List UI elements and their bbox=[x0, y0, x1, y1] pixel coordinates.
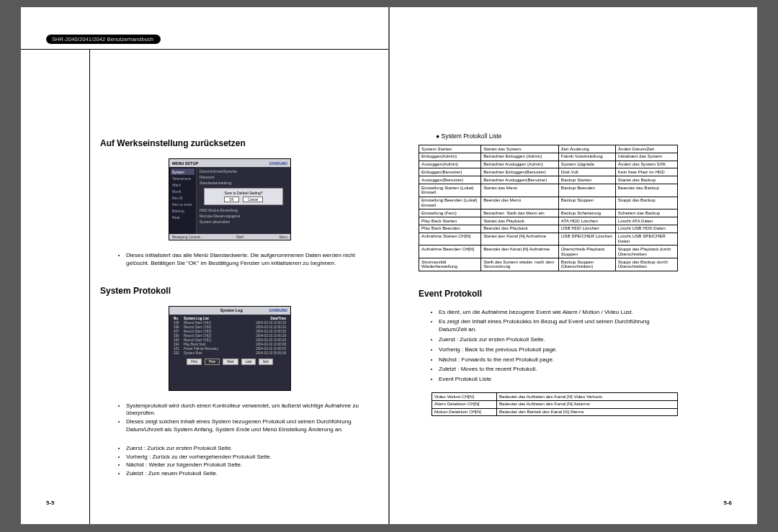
table-cell: Stromausfall Wiederherstellung bbox=[419, 258, 481, 271]
bullet: Event Protokoll Liste bbox=[439, 376, 678, 384]
table-cell: Startet den Kanal [N] Aufnahme bbox=[481, 233, 559, 245]
log-row: 335Record Start CH[1]2004-03-10 10:00:28 bbox=[174, 338, 286, 343]
table-row: Einstellung (Fern)Betrachter: Stellt das… bbox=[419, 209, 678, 217]
ss2-nav-first: First bbox=[187, 359, 202, 365]
ss1-b0: HDD Modus Einstellung bbox=[200, 207, 287, 213]
table-cell: Löscht ATA Daten bbox=[615, 217, 677, 225]
ss1-fL: Bewegung Controls bbox=[172, 235, 200, 239]
ss1-brand: SAMSUNG bbox=[269, 161, 287, 166]
ss1-sidebar: System Telecamera Ward Monit Rec M Rec s… bbox=[169, 167, 197, 234]
bullet: Zuletzt : Moves to the recent Protokoll. bbox=[439, 366, 678, 374]
ss1-sb-0: System bbox=[171, 168, 194, 175]
table-cell: Bedeutet das Auftreten des Kanal [N] Aal… bbox=[497, 400, 678, 408]
table-cell: Motion Detektion CH[N] bbox=[432, 408, 497, 416]
ss2-nav-prev: Prev bbox=[205, 359, 220, 365]
event-protokoll-table: Video Verlust CH[N]Bedeutet das Auftrete… bbox=[432, 392, 678, 416]
bullets-factory: Dieses initialisiert das alle Menü Stand… bbox=[100, 252, 359, 269]
log-row: 332System Start2004-03-10 09:59:38 bbox=[174, 351, 286, 356]
ss1-ok: OK bbox=[224, 197, 239, 202]
log-row: 337Record Start CH[3]2004-03-10 10:00:28 bbox=[174, 330, 286, 334]
ss2-brand: SAMSUNG bbox=[269, 308, 287, 312]
bullet: Vorherig : Zurück zu der vorhergehenden … bbox=[126, 454, 359, 461]
ss1-sb-3: Monit bbox=[171, 188, 194, 194]
table-cell: Betrachter Einloggen (Admin) bbox=[481, 153, 559, 161]
table-cell: Betrachter Einloggen(Benutzer) bbox=[481, 168, 559, 176]
table-cell: Ändert das System S/W. bbox=[615, 161, 677, 168]
table-row: Einstellung Beenden (Lokal) Einstell.Bee… bbox=[419, 197, 678, 209]
table-cell: Zeit Änderung bbox=[558, 145, 615, 153]
table-cell: ATA HDD Löschen bbox=[558, 217, 615, 225]
ss1-sb-6: Backup bbox=[171, 207, 194, 214]
table-cell: System Starten bbox=[419, 145, 481, 153]
table-row: Einloggen(Admin)Betrachter Einloggen (Ad… bbox=[419, 153, 678, 161]
table-cell: Backup Stoppen (Überschreiben) bbox=[558, 258, 615, 271]
ss1-dialog-text: Sure to Default Setting? bbox=[206, 191, 281, 195]
table-cell: Initialisiert das System bbox=[615, 153, 677, 161]
heading-event-protokoll: Event Protokoll bbox=[419, 289, 678, 299]
table-cell: Löscht USB HDD Daten bbox=[615, 225, 677, 233]
screenshot-menu-setup: MENU SETUP SAMSUNG System Telecamera War… bbox=[169, 158, 291, 240]
table-cell: Startet das Playback. bbox=[481, 217, 559, 225]
table-cell: Einstellung Starten (Lokal) Einstell. bbox=[419, 184, 481, 197]
table-cell: Kein freie Platz im HDD bbox=[615, 168, 677, 176]
bullets-event: Es dient, um die Aufnahme bezogene Event… bbox=[419, 309, 678, 386]
bullet: Es zeigt den Inhalt eines Protokokks im … bbox=[439, 318, 678, 334]
table-cell: Startet das Backup bbox=[615, 176, 677, 184]
table-cell: Beendet das Menü bbox=[481, 197, 559, 209]
table-cell: Beendet das Backup bbox=[615, 184, 677, 197]
ss1-title: MENU SETUP bbox=[172, 161, 198, 166]
ss1-sb-5: Rec sc timer bbox=[171, 201, 194, 207]
bullet: Nächst : Weiter zur folgenden Protokoll … bbox=[126, 461, 359, 469]
right-page: System Protokoll Liste System StartenSta… bbox=[390, 7, 757, 524]
ss1-l1: Passwort bbox=[200, 174, 287, 180]
table-row: Play Back BeendenBeendet das PlaybackUSB… bbox=[419, 225, 678, 233]
ss1-cancel: Cancel bbox=[243, 197, 263, 202]
table-cell: Einstellung (Fern) bbox=[419, 209, 481, 217]
table-cell: Fabrik Voreinstellung bbox=[558, 153, 615, 161]
table-cell: Play Back Beenden bbox=[419, 225, 481, 233]
table-cell: Bedeutet den Betrieb des Kanal [N] Alarm… bbox=[497, 408, 678, 416]
table-row: Einstellung Starten (Lokal) Einstell.Sta… bbox=[419, 184, 678, 197]
heading-system-protokoll: System Protokoll bbox=[100, 286, 359, 296]
table-cell: Ändert Datum/Zeit bbox=[615, 145, 677, 153]
ss2-h-list: System Log List bbox=[184, 317, 241, 320]
ss2-h-no: No. bbox=[174, 317, 184, 320]
ss2-title: System Log bbox=[172, 308, 269, 312]
log-row: 333Power Failure Recovery2004-03-10 10:0… bbox=[174, 347, 286, 351]
table-row: System StartenStartet das System.Zeit Än… bbox=[419, 145, 678, 153]
table-cell: Ausloggen(Admin) bbox=[419, 161, 481, 168]
system-protokoll-table: System StartenStartet das System.Zeit Än… bbox=[419, 145, 678, 271]
table-row: Ausloggen(Benutzer)Betrachter Ausloggen(… bbox=[419, 176, 678, 184]
ss1-fM: Wahl bbox=[236, 235, 243, 239]
bullet: Nächst : Forwards to the next Protokoll … bbox=[439, 356, 678, 364]
table-row: Aufnahme Starten CH[N]Startet den Kanal … bbox=[419, 233, 678, 245]
ss2-h-date: Date/Time bbox=[241, 317, 286, 320]
bullet: Zuerst : Zurück zur ersten Protokoll Sei… bbox=[126, 445, 359, 453]
left-page: SHR-2040/2041/2042 Benutzerhandbuch Auf … bbox=[21, 7, 388, 524]
table-cell: Betrachter: Stellt das Menü ein bbox=[481, 209, 559, 217]
table-cell: Play Back Starten bbox=[419, 217, 481, 225]
table-cell: Scheitert das Backup bbox=[615, 209, 677, 217]
log-row: 339Record Start CH[1]2004-03-10 10:00:29 bbox=[174, 321, 286, 325]
table-cell: Einloggen(Admin) bbox=[419, 153, 481, 161]
table-cell: Aufnahme Beenden CH[N] bbox=[419, 245, 481, 258]
ss1-b1: Remote-Steuerungsgerat bbox=[200, 213, 287, 219]
table-cell: System Upgrade bbox=[558, 161, 615, 168]
bullet: Zuerst : Zurück zur ersten Protokoll Sei… bbox=[439, 336, 678, 344]
table-row: Alarm Detektion CH[N]Bedeutet das Auftre… bbox=[432, 400, 678, 408]
table-cell: Stoppt das Playback durch Überschreiben bbox=[615, 245, 677, 258]
heading-factory-reset: Auf Werkseinstellung zurücksetzen bbox=[100, 138, 359, 148]
page-number-right: 5-6 bbox=[723, 500, 732, 506]
bullet: Dieses initialisiert das alle Menü Stand… bbox=[126, 252, 359, 268]
table-cell: USB HDD Löschen bbox=[558, 225, 615, 233]
table-cell: Betrachter Ausloggen(Benutzer) bbox=[481, 176, 559, 184]
table-cell: Startet das System. bbox=[481, 145, 559, 153]
screenshot-system-log: System Log SAMSUNG No. System Log List D… bbox=[169, 306, 291, 391]
ss1-b2: System abschalten bbox=[200, 219, 287, 225]
table-row: Play Back StartenStartet das Playback.AT… bbox=[419, 217, 678, 225]
bullet: Dieses zeigt solchen Inhalt eines System… bbox=[126, 418, 359, 434]
bullets-syslog-b: Zuerst : Zurück zur ersten Protokoll Sei… bbox=[100, 445, 359, 479]
bullets-syslog-a: Systemprotokoll wird durch einen Kontrol… bbox=[100, 402, 359, 435]
bullet: Es dient, um die Aufnahme bezogene Event… bbox=[439, 309, 678, 317]
table-cell: Bedeutet das Auftreten des Kanal [N] Vid… bbox=[497, 393, 678, 401]
